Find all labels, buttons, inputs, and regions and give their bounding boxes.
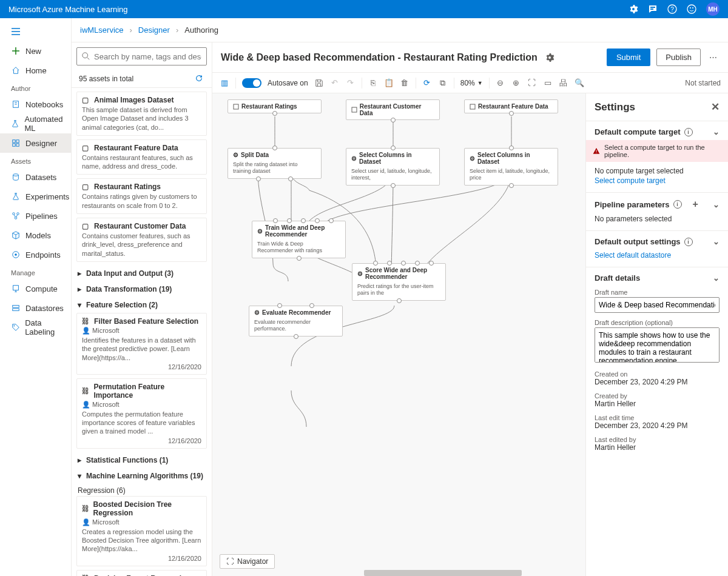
breadcrumb-item[interactable]: iwMLservice	[80, 25, 124, 35]
save-icon[interactable]	[314, 78, 324, 88]
module-card[interactable]: ▢Restaurant Customer DataContains custom…	[76, 218, 207, 262]
nav-item-datastores[interactable]: Datastores	[0, 298, 71, 318]
zoom-out-icon[interactable]: ⊖	[496, 78, 505, 88]
submit-button[interactable]: Submit	[607, 49, 650, 66]
nav-item-compute[interactable]: Compute	[0, 279, 71, 298]
canvas-node[interactable]: Restaurant Customer Data	[346, 99, 440, 120]
canvas-node[interactable]: ⚙ Train Wide and Deep Recommender Train …	[252, 221, 346, 258]
feedback-icon[interactable]	[648, 4, 658, 14]
top-bar: Microsoft Azure Machine Learning ? MH	[0, 0, 728, 18]
canvas-node[interactable]: Restaurant Feature Data	[464, 99, 558, 113]
module-card[interactable]: ⛓Decision Forest Regression👤 MicrosoftCr…	[76, 570, 207, 576]
smile-icon[interactable]	[687, 4, 696, 14]
home-icon	[11, 65, 21, 75]
chevron-down-icon[interactable]: ⌄	[713, 273, 720, 283]
pipeline-icon	[11, 211, 21, 221]
chevron-down-icon[interactable]: ⌄	[713, 237, 720, 246]
zoom-in-icon[interactable]: ⊕	[511, 78, 521, 88]
draft-name-label: Draft name	[595, 289, 720, 296]
chevron-down-icon[interactable]: ⌄	[713, 200, 720, 209]
fit-icon[interactable]: ⛶	[527, 78, 537, 88]
canvas[interactable]: Restaurant Ratings Restaurant Customer D…	[212, 93, 585, 576]
select-datastore-link[interactable]: Select default datastore	[595, 251, 720, 260]
help-icon[interactable]: ?	[667, 4, 677, 14]
zoom-level[interactable]: 80% ▼	[460, 79, 483, 87]
nav-item-data-labeling[interactable]: Data Labeling	[0, 318, 71, 337]
info-icon[interactable]: i	[684, 128, 693, 136]
gear-icon[interactable]	[629, 4, 638, 14]
nav-item-notebooks[interactable]: Notebooks	[0, 95, 71, 114]
module-card[interactable]: ⛓Permutation Feature Importance👤 Microso…	[76, 378, 207, 449]
select-compute-link[interactable]: Select compute target	[595, 176, 720, 185]
add-icon[interactable]: +	[693, 199, 698, 210]
actual-size-icon[interactable]: ▭	[543, 78, 553, 88]
svg-rect-23	[470, 104, 475, 109]
edit-time-value: December 23, 2020 4:29 PM	[595, 421, 720, 430]
clone-icon[interactable]: ⧉	[438, 78, 448, 88]
canvas-node[interactable]: ⚙ Evaluate Recommender Evaluate recommen…	[249, 306, 343, 337]
more-icon[interactable]: ⋯	[707, 50, 720, 64]
nav-item-experiments[interactable]: Experiments	[0, 187, 71, 206]
layout-icon[interactable]: 品	[559, 78, 568, 88]
refresh-icon[interactable]	[195, 74, 204, 84]
module-card[interactable]: ⛓Boosted Decision Tree Regression👤 Micro…	[76, 496, 207, 566]
panel-icon[interactable]: ▥	[220, 78, 229, 88]
plus-icon	[11, 46, 21, 56]
autosave-toggle[interactable]	[242, 78, 261, 88]
info-icon[interactable]: i	[673, 200, 682, 209]
search-input[interactable]	[76, 47, 207, 65]
module-card[interactable]: ▢Restaurant Feature DataContains restaur…	[76, 139, 207, 175]
nav-item-models[interactable]: Models	[0, 226, 71, 245]
svg-point-13	[15, 217, 17, 219]
canvas-node[interactable]: Restaurant Ratings	[228, 99, 322, 113]
paste-icon[interactable]: 📋	[384, 78, 394, 88]
category-header[interactable]: ▾Feature Selection (2)	[76, 297, 207, 313]
module-card[interactable]: ▢Restaurant RatingsContains ratings give…	[76, 178, 207, 214]
nav-item-home[interactable]: Home	[0, 61, 71, 80]
close-icon[interactable]: ✕	[711, 101, 720, 113]
horizontal-scrollbar[interactable]	[364, 570, 522, 576]
settings-gear-icon[interactable]	[545, 53, 554, 62]
created-by-value: Martin Heller	[595, 400, 720, 408]
left-nav: NewHome Author NotebooksAutomated MLDesi…	[0, 18, 72, 576]
canvas-node[interactable]: ⚙ Score Wide and Deep Recommender Predic…	[352, 263, 446, 301]
nav-item-pipelines[interactable]: Pipelines	[0, 206, 71, 226]
undo-icon[interactable]: ↶	[330, 78, 340, 88]
module-card[interactable]: ▢Animal Images DatasetThis sample datase…	[76, 92, 207, 136]
category-header[interactable]: ▸Data Transformation (19)	[76, 281, 207, 297]
category-header[interactable]: ▸Statistical Functions (1)	[76, 452, 207, 468]
avatar[interactable]: MH	[706, 2, 720, 16]
canvas-node[interactable]: ⚙ Split Data Split the rating dataset in…	[228, 148, 322, 179]
canvas-node[interactable]: ⚙ Select Columns in Dataset Select item …	[464, 148, 558, 186]
redo-icon[interactable]: ↷	[346, 78, 356, 88]
module-author: 👤 Microsoft	[82, 401, 201, 409]
search-canvas-icon[interactable]: 🔍	[575, 78, 584, 88]
info-icon[interactable]: i	[684, 238, 693, 246]
nav-item-automated-ml[interactable]: Automated ML	[0, 114, 71, 133]
search-icon	[82, 52, 90, 61]
category-header[interactable]: ▸Data Input and Output (3)	[76, 266, 207, 281]
copy-icon[interactable]: ⎘	[368, 78, 378, 88]
breadcrumb-item[interactable]: Designer	[138, 25, 170, 35]
navigator-button[interactable]: ⛶ Navigator	[220, 554, 275, 569]
asset-count: 95 assets in total	[79, 75, 133, 83]
module-card[interactable]: ⛓Filter Based Feature Selection👤 Microso…	[76, 313, 207, 375]
chevron-down-icon[interactable]: ⌄	[713, 127, 720, 136]
delete-icon[interactable]: 🗑	[400, 78, 410, 88]
nav-item-datasets[interactable]: Datasets	[0, 167, 71, 187]
refresh-canvas-icon[interactable]: ⟳	[422, 78, 432, 88]
nav-item-endpoints[interactable]: Endpoints	[0, 245, 71, 264]
draft-name-input[interactable]	[595, 297, 720, 313]
publish-button[interactable]: Publish	[656, 49, 701, 66]
nav-item-new[interactable]: New	[0, 41, 71, 61]
hamburger-icon[interactable]	[0, 22, 71, 41]
datastore-icon	[11, 303, 21, 313]
category-header[interactable]: ▾Machine Learning Algorithms (19)	[76, 468, 207, 484]
nav-item-designer[interactable]: Designer	[0, 133, 71, 153]
draft-desc-input[interactable]	[595, 327, 720, 363]
module-date: 12/16/2020	[82, 555, 201, 562]
canvas-node[interactable]: ⚙ Select Columns in Dataset Select user …	[346, 148, 440, 186]
draft-details-label: Draft details	[595, 273, 640, 283]
compute-target-label: Default compute target	[595, 127, 681, 136]
created-on-value: December 23, 2020 4:29 PM	[595, 378, 720, 386]
